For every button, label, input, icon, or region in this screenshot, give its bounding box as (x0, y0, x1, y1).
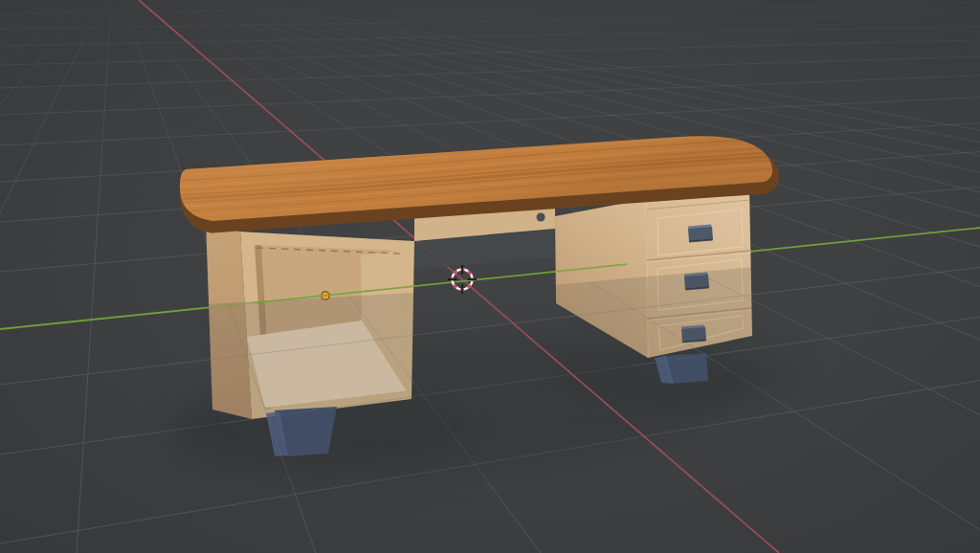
keyhole-dot (537, 213, 546, 222)
grid-line-overlay (0, 0, 113, 553)
grid-line-x (0, 0, 113, 553)
grid-line-x (0, 0, 113, 553)
grid-line-x (0, 0, 113, 553)
grid-line-overlay (0, 0, 113, 553)
blender-3d-viewport[interactable] (0, 0, 980, 553)
drawer-handle[interactable] (688, 225, 713, 243)
grid-line-overlay (0, 0, 113, 553)
grid-line-x (0, 0, 113, 553)
grid-line-x (77, 0, 113, 553)
grid-line-overlay (0, 0, 113, 553)
grid-line-y (0, 14, 980, 29)
viewport-canvas[interactable] (0, 0, 980, 553)
grid-line-overlay (0, 0, 113, 553)
grid-line-overlay (0, 0, 113, 553)
grid-line-x (0, 0, 113, 553)
grid-line-x (0, 0, 113, 553)
grid-line-y (0, 27, 980, 46)
grid-line-y (0, 3, 980, 13)
